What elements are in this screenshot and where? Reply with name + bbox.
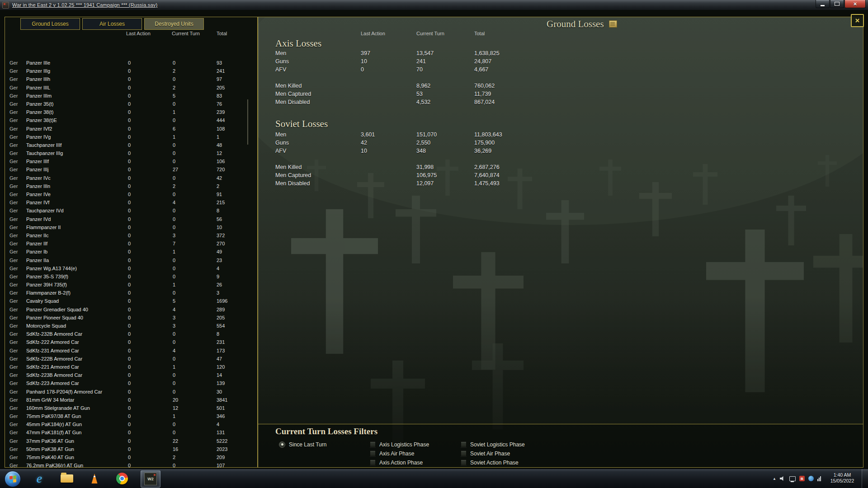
filter-checkbox[interactable]: Soviet Logistics Phase xyxy=(461,441,525,448)
table-cell: Ger xyxy=(9,428,18,436)
volume-icon[interactable] xyxy=(780,476,786,481)
app-icon xyxy=(2,2,9,9)
table-cell: 56 xyxy=(217,215,222,223)
wite2-taskbar-button[interactable]: W2 xyxy=(141,470,160,488)
table-cell: 3 xyxy=(217,289,219,297)
tab-air-losses[interactable]: Air Losses xyxy=(82,18,142,30)
table-cell: Ger xyxy=(9,272,18,281)
loss-cell: 8,962 xyxy=(416,83,430,89)
table-cell: 0 xyxy=(173,428,175,436)
table-cell: 0 xyxy=(128,363,131,371)
table-cell: Cavalry Squad xyxy=(26,297,59,305)
table-cell: 1 xyxy=(173,108,175,116)
media-player-icon[interactable] xyxy=(85,470,104,487)
chrome-icon[interactable] xyxy=(113,470,132,487)
table-cell: 0 xyxy=(128,206,131,215)
table-cell: 0 xyxy=(173,264,175,272)
table-row: GerPanzer IVf04215 xyxy=(5,198,257,206)
table-row: Ger37mm PaK36 AT Gun0225222 xyxy=(5,437,257,445)
tray-red-app-icon[interactable]: B xyxy=(799,476,805,481)
filter-checkbox[interactable]: Soviet Action Phase xyxy=(461,459,519,466)
maximize-button[interactable] xyxy=(830,0,844,8)
loss-cell: 10 xyxy=(361,148,367,154)
show-desktop-button[interactable] xyxy=(862,469,868,488)
table-row: GerFlammpanzer B-2(f)003 xyxy=(5,289,257,297)
table-cell: Ger xyxy=(9,289,18,297)
table-cell: Ger xyxy=(9,223,18,231)
loss-row: Guns422,550175,900 xyxy=(5,140,863,147)
table-cell: 4 xyxy=(217,264,219,272)
filter-checkbox[interactable]: Axis Air Phase xyxy=(370,450,414,457)
taskbar-clock[interactable]: 1:40 AM 15/05/2022 xyxy=(825,472,860,484)
table-cell: Ger xyxy=(9,206,18,215)
report-icon[interactable] xyxy=(609,20,617,28)
loss-cell: 0 xyxy=(361,66,364,73)
signal-bars-icon[interactable] xyxy=(817,476,821,481)
radio-button-icon[interactable] xyxy=(279,441,285,448)
close-window-button[interactable]: × xyxy=(844,0,866,8)
table-row: GerSdKfz-232B Armored Car008 xyxy=(5,330,257,338)
loss-cell: 3,601 xyxy=(361,131,375,138)
loss-cell: Men Disabled xyxy=(275,99,310,105)
loss-cell: Guns xyxy=(275,58,289,65)
table-cell: 0 xyxy=(128,420,131,428)
table-cell: Panzer IVe xyxy=(26,190,51,198)
checkbox-label: Axis Logistics Phase xyxy=(379,441,429,448)
tab-ground-losses[interactable]: Ground Losses xyxy=(20,18,80,30)
table-cell: 0 xyxy=(128,379,131,387)
table-cell: 75mm PaK40 AT Gun xyxy=(26,453,74,461)
table-cell: 10 xyxy=(217,223,222,231)
clock-time: 1:40 AM xyxy=(825,472,860,478)
loss-row: Men Captured5311,739 xyxy=(5,91,863,98)
tab-destroyed-units[interactable]: Destroyed Units xyxy=(144,18,204,30)
table-cell: 0 xyxy=(173,338,175,346)
loss-cell: 1,638,825 xyxy=(474,50,500,56)
minimize-button[interactable] xyxy=(816,0,830,8)
table-cell: 23 xyxy=(217,256,222,264)
table-cell: 0 xyxy=(128,388,131,396)
screen-close-button[interactable]: × xyxy=(851,14,864,27)
loss-cell: 11,739 xyxy=(474,91,491,97)
checkbox-icon[interactable] xyxy=(461,441,467,447)
tray-expand-icon[interactable]: ▲ xyxy=(773,477,776,481)
table-cell: Ger xyxy=(9,305,18,314)
start-button[interactable] xyxy=(5,471,21,487)
loss-cell: Men Disabled xyxy=(275,180,310,187)
tray-blue-app-icon[interactable] xyxy=(808,476,814,481)
table-cell: 270 xyxy=(217,239,225,248)
table-cell: Panzer 38(t)E xyxy=(26,116,57,124)
table-cell: Ger xyxy=(9,116,18,124)
table-row: Ger76.2mm PaK36(r) AT Gun00107 xyxy=(5,461,257,467)
wite2-app-label: W2 xyxy=(147,477,154,481)
filter-radio-since-last-turn[interactable]: Since Last Turn xyxy=(279,441,326,448)
filter-checkbox[interactable]: Axis Action Phase xyxy=(370,459,423,466)
network-icon[interactable] xyxy=(789,476,796,481)
page-title: Ground Losses xyxy=(547,19,604,30)
checkbox-label: Soviet Logistics Phase xyxy=(470,441,525,448)
checkbox-icon[interactable] xyxy=(461,450,467,456)
table-cell: 0 xyxy=(128,428,131,436)
column-header-current-turn: Current Turn xyxy=(416,31,444,36)
table-cell: Ger xyxy=(9,231,18,239)
file-explorer-icon[interactable] xyxy=(57,470,76,487)
table-row: Ger45mm PaK184(r) AT Gun004 xyxy=(5,420,257,428)
loss-cell: 348 xyxy=(416,148,426,154)
loss-cell: 13,547 xyxy=(416,50,434,56)
table-cell: Ger xyxy=(9,190,18,198)
table-cell: 47mm PaK181(f) AT Gun xyxy=(26,428,81,436)
filter-checkbox[interactable]: Soviet Air Phase xyxy=(461,450,510,457)
radio-dot xyxy=(281,443,283,446)
table-cell: Ger xyxy=(9,388,18,396)
checkbox-icon[interactable] xyxy=(461,460,467,465)
system-tray: ▲ B xyxy=(773,469,821,488)
table-row: GerMotorcycle Squad03554 xyxy=(5,322,257,330)
checkbox-icon[interactable] xyxy=(370,441,376,447)
internet-explorer-icon[interactable]: e xyxy=(30,470,49,487)
loss-cell: Guns xyxy=(275,140,289,146)
taskbar: e W2 ▲ B 1:40 AM 15/05/2022 xyxy=(0,469,868,488)
loss-row: AFV0704,667 xyxy=(5,66,863,74)
checkbox-icon[interactable] xyxy=(370,450,376,456)
filter-checkbox[interactable]: Axis Logistics Phase xyxy=(370,441,429,448)
checkbox-icon[interactable] xyxy=(370,460,376,465)
table-cell: 0 xyxy=(173,355,175,363)
